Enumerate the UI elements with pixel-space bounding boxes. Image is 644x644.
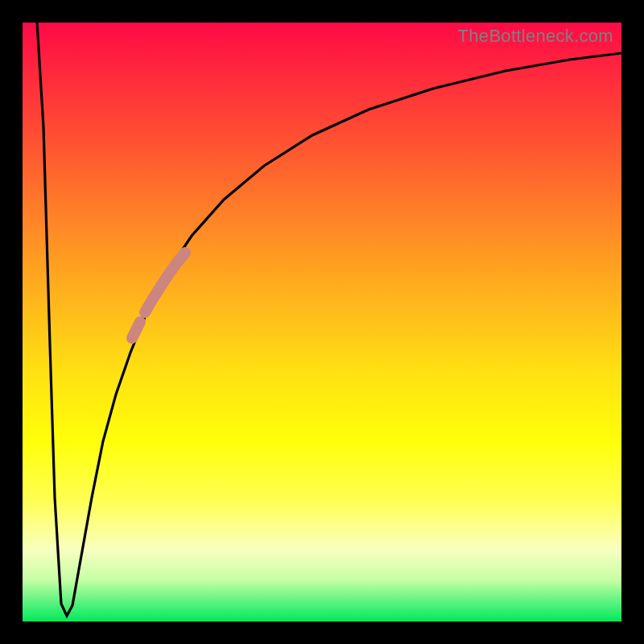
- bottleneck-curve: [37, 23, 621, 616]
- chart-frame: TheBottleneck.com: [0, 0, 644, 644]
- highlight-segment-lower: [132, 322, 140, 338]
- curve-layer: [23, 23, 621, 621]
- highlight-segment-upper: [145, 253, 185, 312]
- plot-area: TheBottleneck.com: [23, 23, 621, 621]
